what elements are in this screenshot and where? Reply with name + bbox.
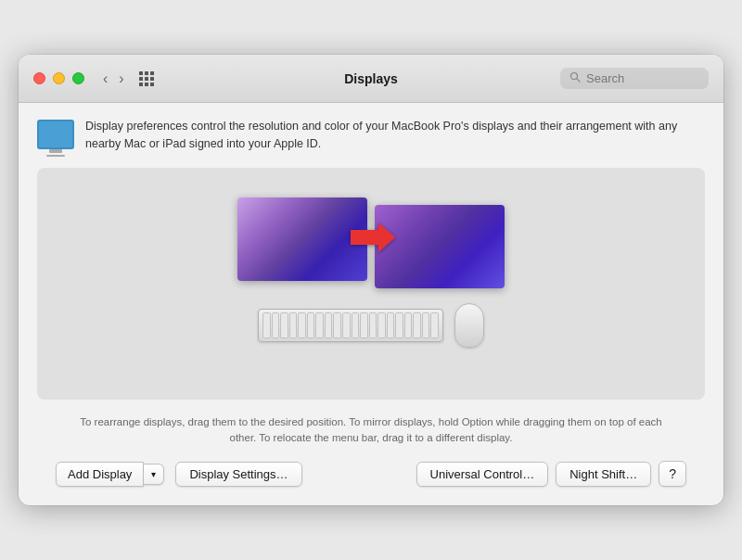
keyboard-area: [258, 303, 484, 348]
display-settings-button[interactable]: Display Settings…: [175, 462, 301, 487]
nav-buttons: ‹ ›: [99, 69, 128, 89]
keyboard-image: [258, 309, 443, 342]
back-button[interactable]: ‹: [99, 69, 111, 89]
search-icon: [569, 71, 581, 85]
add-display-dropdown[interactable]: ▾: [144, 464, 164, 485]
search-bar[interactable]: [560, 68, 709, 89]
grid-icon: [139, 71, 154, 86]
search-input[interactable]: [586, 71, 699, 85]
info-description: Display preferences control the resoluti…: [85, 118, 705, 153]
svg-marker-2: [351, 223, 395, 252]
night-shift-button[interactable]: Night Shift…: [556, 462, 651, 487]
minimize-button[interactable]: [53, 72, 65, 84]
help-button[interactable]: ?: [659, 461, 686, 487]
mouse-image: [454, 303, 484, 348]
svg-line-1: [577, 79, 580, 82]
grid-view-button[interactable]: [135, 70, 158, 88]
system-preferences-window: ‹ › Displays Display preferenc: [19, 55, 723, 505]
window-title: Displays: [344, 71, 398, 86]
titlebar: ‹ › Displays: [19, 55, 723, 103]
help-text: To rearrange displays, drag them to the …: [37, 407, 705, 451]
add-display-button[interactable]: Add Display: [56, 462, 144, 487]
main-content: Display preferences control the resoluti…: [19, 103, 723, 505]
close-button[interactable]: [33, 72, 45, 84]
info-row: Display preferences control the resoluti…: [37, 118, 705, 153]
add-display-group: Add Display ▾: [56, 462, 164, 487]
maximize-button[interactable]: [72, 72, 84, 84]
monitors-container: [237, 190, 505, 288]
forward-button[interactable]: ›: [115, 69, 127, 89]
bottom-bar: Add Display ▾ Display Settings… Universa…: [37, 450, 705, 487]
display-icon: [37, 120, 74, 149]
display-arrangement-area[interactable]: [37, 168, 705, 400]
traffic-lights: [33, 72, 84, 84]
arrow-overlay: [343, 219, 399, 260]
universal-control-button[interactable]: Universal Control…: [416, 462, 549, 487]
